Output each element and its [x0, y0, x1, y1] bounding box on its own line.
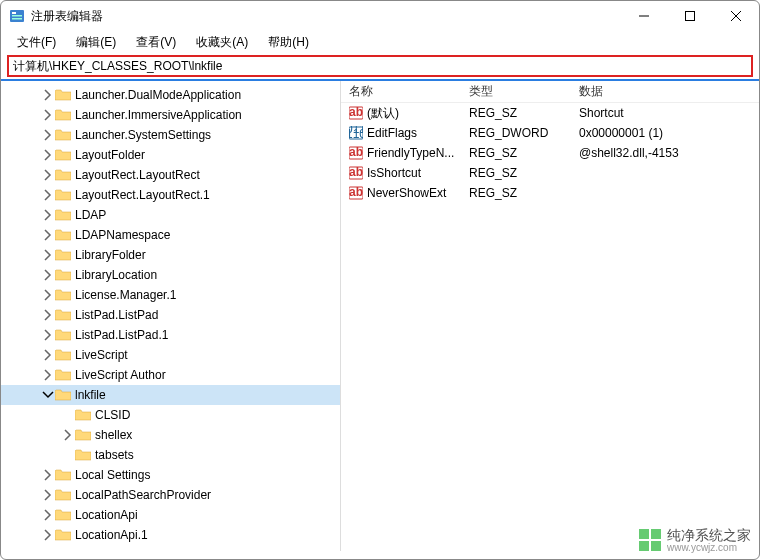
tree-row[interactable]: LayoutRect.LayoutRect	[1, 165, 340, 185]
folder-icon	[55, 368, 71, 382]
chevron-right-icon[interactable]	[41, 148, 55, 162]
tree-row[interactable]: License.Manager.1	[1, 285, 340, 305]
chevron-right-icon[interactable]	[41, 468, 55, 482]
folder-icon	[55, 348, 71, 362]
chevron-right-icon[interactable]	[41, 228, 55, 242]
value-name: (默认)	[367, 105, 399, 122]
chevron-right-icon[interactable]	[41, 128, 55, 142]
chevron-right-icon[interactable]	[41, 308, 55, 322]
tree-row[interactable]: LDAPNamespace	[1, 225, 340, 245]
folder-icon	[75, 428, 91, 442]
value-row[interactable]: FriendlyTypeN...REG_SZ@shell32.dll,-4153	[341, 143, 759, 163]
folder-icon	[55, 468, 71, 482]
value-row[interactable]: NeverShowExtREG_SZ	[341, 183, 759, 203]
tree-row[interactable]: LocationApi.1	[1, 525, 340, 545]
chevron-right-icon[interactable]	[41, 368, 55, 382]
tree-row[interactable]: LiveScript	[1, 345, 340, 365]
chevron-right-icon[interactable]	[41, 88, 55, 102]
svg-rect-1	[12, 12, 16, 14]
tree-label: LocationApi.1	[75, 528, 154, 542]
folder-icon	[55, 88, 71, 102]
menu-help[interactable]: 帮助(H)	[260, 32, 317, 53]
folder-icon	[55, 188, 71, 202]
tree-label: ListPad.ListPad	[75, 308, 164, 322]
tree-row[interactable]: Launcher.DualModeApplication	[1, 85, 340, 105]
chevron-right-icon[interactable]	[41, 268, 55, 282]
menu-edit[interactable]: 编辑(E)	[68, 32, 124, 53]
minimize-button[interactable]	[621, 1, 667, 31]
value-name: FriendlyTypeN...	[367, 146, 454, 160]
value-type: REG_SZ	[461, 166, 571, 180]
tree-row[interactable]: LiveScript Author	[1, 365, 340, 385]
chevron-right-icon[interactable]	[41, 288, 55, 302]
tree-row[interactable]: LibraryLocation	[1, 265, 340, 285]
chevron-right-icon[interactable]	[41, 328, 55, 342]
menu-favorites[interactable]: 收藏夹(A)	[188, 32, 256, 53]
folder-icon	[55, 228, 71, 242]
watermark-url: www.ycwjz.com	[667, 543, 751, 553]
address-input[interactable]	[13, 59, 747, 73]
value-row[interactable]: (默认)REG_SZShortcut	[341, 103, 759, 123]
tree-row[interactable]: LDAP	[1, 205, 340, 225]
close-button[interactable]	[713, 1, 759, 31]
value-row[interactable]: IsShortcutREG_SZ	[341, 163, 759, 183]
address-bar[interactable]	[7, 55, 753, 77]
titlebar: 注册表编辑器	[1, 1, 759, 31]
folder-icon	[55, 528, 71, 542]
menu-view[interactable]: 查看(V)	[128, 32, 184, 53]
column-data[interactable]: 数据	[571, 83, 759, 100]
chevron-right-icon[interactable]	[41, 488, 55, 502]
values-panel[interactable]: 名称 类型 数据 (默认)REG_SZShortcutEditFlagsREG_…	[341, 81, 759, 551]
tree-row[interactable]: Launcher.SystemSettings	[1, 125, 340, 145]
chevron-down-icon[interactable]	[41, 388, 55, 402]
svg-rect-11	[651, 541, 661, 551]
chevron-right-icon[interactable]	[41, 248, 55, 262]
tree-row[interactable]: CLSID	[1, 405, 340, 425]
chevron-right-icon[interactable]	[41, 188, 55, 202]
value-name-cell: (默认)	[341, 105, 461, 122]
svg-rect-3	[12, 18, 22, 20]
maximize-button[interactable]	[667, 1, 713, 31]
tree-label: CLSID	[95, 408, 136, 422]
chevron-right-icon[interactable]	[41, 208, 55, 222]
tree-label: LDAPNamespace	[75, 228, 176, 242]
svg-rect-2	[12, 15, 22, 17]
tree-row[interactable]: Local Settings	[1, 465, 340, 485]
column-name[interactable]: 名称	[341, 83, 461, 100]
tree-label: Launcher.DualModeApplication	[75, 88, 247, 102]
string-value-icon	[349, 186, 363, 200]
value-name-cell: IsShortcut	[341, 166, 461, 180]
tree-row[interactable]: ListPad.ListPad	[1, 305, 340, 325]
tree-row[interactable]: tabsets	[1, 445, 340, 465]
watermark-name: 纯净系统之家	[667, 527, 751, 543]
string-value-icon	[349, 166, 363, 180]
tree-panel[interactable]: Launcher.DualModeApplicationLauncher.Imm…	[1, 81, 341, 551]
value-row[interactable]: EditFlagsREG_DWORD0x00000001 (1)	[341, 123, 759, 143]
folder-icon	[55, 148, 71, 162]
tree-row[interactable]: LocalPathSearchProvider	[1, 485, 340, 505]
column-type[interactable]: 类型	[461, 83, 571, 100]
svg-rect-8	[639, 529, 649, 539]
tree-row[interactable]: LocationApi	[1, 505, 340, 525]
tree-row[interactable]: Launcher.ImmersiveApplication	[1, 105, 340, 125]
tree-label: LiveScript	[75, 348, 134, 362]
value-name-cell: NeverShowExt	[341, 186, 461, 200]
tree-row[interactable]: LayoutRect.LayoutRect.1	[1, 185, 340, 205]
chevron-right-icon[interactable]	[41, 528, 55, 542]
chevron-right-icon[interactable]	[41, 168, 55, 182]
chevron-right-icon[interactable]	[41, 508, 55, 522]
tree-row[interactable]: ListPad.ListPad.1	[1, 325, 340, 345]
chevron-right-icon[interactable]	[41, 108, 55, 122]
tree-row[interactable]: LayoutFolder	[1, 145, 340, 165]
tree-row[interactable]: lnkfile	[1, 385, 340, 405]
folder-icon	[55, 328, 71, 342]
value-type: REG_SZ	[461, 146, 571, 160]
tree-row[interactable]: LibraryFolder	[1, 245, 340, 265]
tree-row[interactable]: shellex	[1, 425, 340, 445]
tree-label: LayoutFolder	[75, 148, 151, 162]
chevron-right-icon[interactable]	[41, 348, 55, 362]
tree-label: LibraryLocation	[75, 268, 163, 282]
value-name: IsShortcut	[367, 166, 421, 180]
chevron-right-icon[interactable]	[61, 428, 75, 442]
menu-file[interactable]: 文件(F)	[9, 32, 64, 53]
